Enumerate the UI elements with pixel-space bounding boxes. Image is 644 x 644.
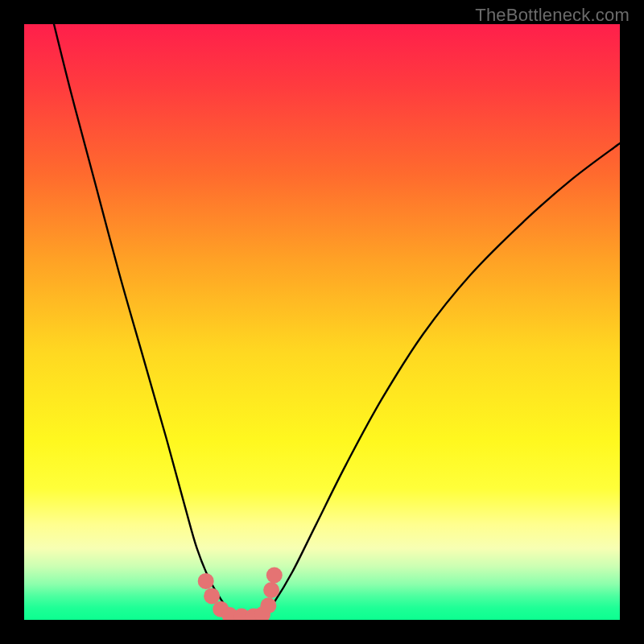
marker-dot [198, 573, 214, 589]
left-curve [54, 24, 238, 617]
marker-dot [260, 597, 276, 613]
curve-group [54, 24, 620, 617]
right-curve [262, 143, 620, 617]
chart-svg [24, 24, 620, 620]
outer-frame: TheBottleneck.com [0, 0, 644, 644]
marker-dot [263, 582, 279, 598]
watermark-text: TheBottleneck.com [475, 5, 630, 26]
marker-dot [266, 568, 283, 584]
marker-dot [204, 588, 220, 604]
plot-area [24, 24, 620, 620]
marker-cluster [198, 568, 283, 621]
